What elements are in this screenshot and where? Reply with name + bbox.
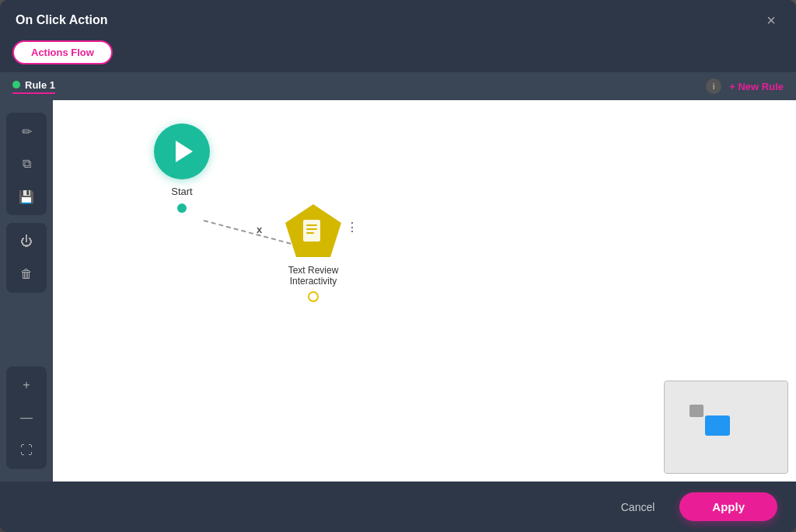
mini-map-node-gray [690,405,703,417]
delete-button[interactable]: 🗑 [12,260,40,288]
canvas-area: Start x [53,100,796,482]
fit-icon: ⛶ [20,443,33,457]
left-toolbar: ✏ ⧉ 💾 ⏻ 🗑 + [0,100,53,482]
cancel-button[interactable]: Cancel [609,495,668,520]
save-icon: 💾 [19,190,34,204]
mini-map [664,381,788,474]
pentagon-shape[interactable]: ⋮ [282,201,344,260]
main-area: ✏ ⧉ 💾 ⏻ 🗑 + [0,100,796,482]
toolbar-group-mid: ⏻ 🗑 [6,223,47,293]
rule1-label: Rule 1 [25,79,55,91]
mini-map-inner [665,381,787,473]
fit-button[interactable]: ⛶ [12,436,40,464]
tabs-bar: Actions Flow [0,40,796,72]
node-out-dot [308,291,319,302]
copy-icon: ⧉ [23,157,31,171]
svg-rect-3 [306,224,317,226]
modal-container: On Click Action × Actions Flow Rule 1 i … [0,0,796,532]
svg-rect-2 [303,220,320,242]
svg-rect-4 [306,228,317,230]
zoom-out-icon: — [20,411,33,425]
zoom-out-button[interactable]: — [12,404,40,432]
rule-status-dot [12,81,20,89]
trash-icon: 🗑 [20,267,33,281]
text-review-label: Text Review Interactivity [271,265,356,287]
save-button[interactable]: 💾 [12,183,40,210]
copy-button[interactable]: ⧉ [12,150,40,178]
text-review-node[interactable]: ⋮ Text Review Interactivity [271,201,356,302]
rule1-tab[interactable]: Rule 1 [12,79,55,94]
edit-icon: ✏ [22,124,32,139]
power-button[interactable]: ⏻ [12,228,40,256]
modal-header: On Click Action × [0,0,796,40]
apply-button[interactable]: Apply [679,492,777,521]
modal-title: On Click Action [16,13,108,27]
close-button[interactable]: × [762,11,780,30]
pentagon-svg [282,201,344,260]
start-node[interactable]: Start [154,123,210,213]
start-label: Start [171,186,192,197]
mini-map-node-blue [705,416,730,436]
edit-button[interactable]: ✏ [12,117,40,145]
rules-bar: Rule 1 i + New Rule [0,72,796,100]
node-menu-button[interactable]: ⋮ [346,220,358,235]
zoom-in-icon: + [23,378,30,392]
rule-actions: i + New Rule [706,78,784,94]
power-icon: ⏻ [20,235,33,249]
play-icon [176,141,193,162]
svg-rect-5 [306,232,314,234]
actions-flow-tab[interactable]: Actions Flow [12,40,113,64]
start-out-dot [177,203,187,213]
zoom-group: + — ⛶ [6,367,47,469]
x-marker: x [257,224,262,235]
modal-footer: Cancel Apply [0,482,796,532]
start-circle[interactable] [154,123,210,179]
new-rule-button[interactable]: + New Rule [729,81,784,92]
info-icon[interactable]: i [706,78,721,94]
zoom-in-button[interactable]: + [12,371,40,399]
toolbar-group-top: ✏ ⧉ 💾 [6,113,47,215]
